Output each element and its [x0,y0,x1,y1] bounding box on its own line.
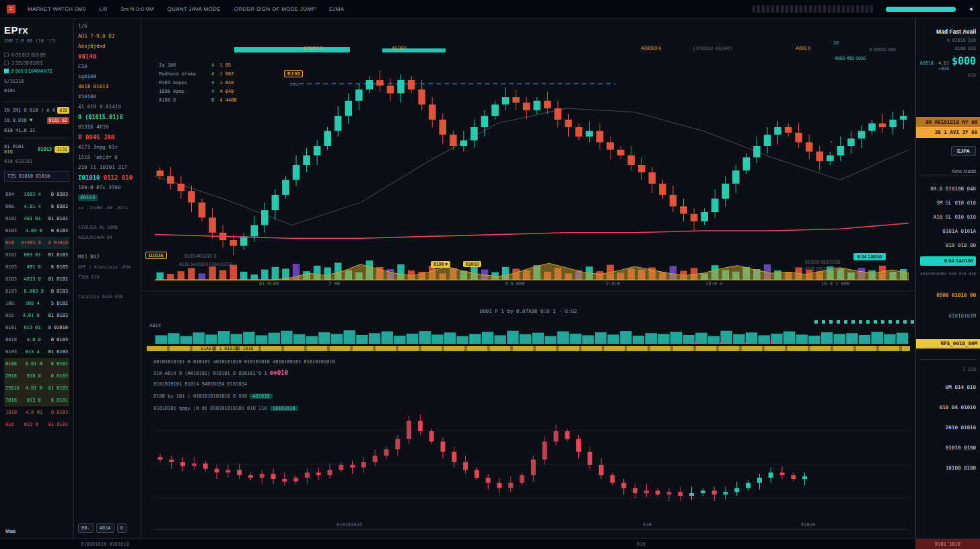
table-cell: 01 0103 [48,252,68,258]
watchlist-table-row[interactable]: 0101013 018 01010 [4,322,69,334]
order-line: V0140 [78,53,137,60]
table-cell: 4.05 0 [26,228,42,233]
watchlist-table-row[interactable]: 10184.8 010 0103 [4,406,69,418]
table-cell: 0 0303 [51,192,68,197]
signal-green-value: 01013 [38,147,52,152]
right-row[interactable]: A10 SL 010 010 [920,210,976,224]
chart-label: 4000 450 0000 [835,56,866,61]
order-panel-button[interactable]: A0JA [96,523,114,533]
symbol-title: EPrx [4,24,69,36]
order-line-text: 0 (01015.01)6 [78,114,123,120]
price-mid: 4.03 ▸010 [936,61,949,71]
table-cell: 0101 [5,216,17,221]
watchlist-table-row[interactable]: 8101003 0101 0103 [4,249,69,261]
lower-axis-label: 01010 [801,522,815,527]
volume-chart[interactable] [155,256,909,281]
table-cell: 01 0103 [48,313,68,318]
checkbox-icon[interactable] [4,69,9,73]
chart-chip[interactable]: 01010 [463,261,481,267]
table-cell: 0103 [5,264,17,270]
watchlist-table-row[interactable]: 108108 45 0102 [4,297,69,309]
table-cell: 8.003 0 [24,289,44,294]
chart-chip[interactable]: 8 04 1A010 [853,253,886,260]
watchlist-table-row[interactable]: 0084.01 48 0303 [4,200,69,213]
candlestick-chart[interactable] [155,59,909,264]
rfa-highlight-row[interactable]: RFA_0010_00M [916,339,980,349]
right-stat-row: 010 04 01010 [920,404,976,425]
price-tiny: 010 [920,73,976,78]
watchlist-table-row[interactable]: 018013 001 0101 [4,418,69,431]
watchlist-table-row[interactable]: 01038.003 00 0103 [4,285,69,297]
table-cell: 0103 [5,289,17,294]
order-line: 210 1110101 317 [78,164,137,171]
tzs-box[interactable]: TZS 01010 01010 [4,171,69,182]
order-line-text: 4018 01014 [78,83,108,90]
signal-row: 01 0101 0IN 01013 3131 [4,144,69,155]
topbar-menu-item[interactable]: QUANT JAVA MODE [168,6,221,12]
table-cell: 008 [5,204,14,209]
table-cell: 0108 [5,361,17,367]
right-row[interactable]: SM SL 010 010 [920,196,976,210]
confirm-button[interactable]: 8 04 1A0100 [920,256,976,266]
status-alert[interactable]: 0101 1010 [915,539,980,549]
order-panel-button[interactable]: 0 [117,523,127,533]
lower-candlestick-chart[interactable] [155,392,909,534]
watchlist-table-row[interactable]: 0103013 401 0103 [4,346,69,358]
checkbox-icon[interactable] [4,52,9,57]
table-cell: 8 01010 [48,325,68,330]
topbar-menu-item[interactable]: L/0 [99,6,107,12]
tab-ejpa[interactable]: EJPA [951,146,976,156]
checkbox-icon[interactable] [4,61,9,65]
momentum-band-chart[interactable] [155,328,909,344]
topbar-menu-item[interactable]: EJMA [329,6,345,12]
right-row[interactable]: 0101A 0101A [920,224,976,238]
table-cell: 4.8 0 [27,337,41,342]
chart-chip[interactable]: 0100 ▾ [431,261,450,268]
watchlist-option[interactable]: 0 03 612 610 85 [4,50,69,59]
quote-row[interactable]: 010 41.0 31 [4,125,69,135]
order-line-text: GMT j Alansjaja -034 [78,264,131,270]
watchlist-option[interactable]: 3 33108 61001 [4,59,69,67]
watchlist-table-row[interactable]: 01034.05 00 0103 [4,225,69,237]
app-logo-icon[interactable]: ≡ [7,5,15,13]
watchlist-table-row[interactable]: 256184.01 001 0103 [4,382,69,394]
table-cell: 018 0 [27,373,41,379]
quote-row[interactable]: 18 0 010 ♥9101 02 [4,115,69,125]
watchlist-table-row[interactable]: 01001003 08 01010 [4,237,69,249]
order-line-value: 10101 317 [100,164,127,171]
order-line: sg0108 [78,73,137,80]
table-cell: 4.01 4 [24,204,41,209]
table-cell: 7018 [5,398,17,403]
signal-yellow-chip: 3131 [55,146,69,153]
right-row[interactable]: 010 010 00 [920,238,976,252]
table-cell: 0 0103 [51,228,68,233]
watchlist-table-row[interactable]: 80184.8 00 0103 [4,334,69,346]
right-row[interactable]: 09.0 D10108 040 [920,182,976,196]
table-cell: 4.8 01 [26,410,42,415]
table-cell: 108 [5,301,14,306]
section-label: Ame Madd [920,168,976,176]
table-cell: 010 [5,240,14,246]
watchlist-table-row[interactable]: 0041003 40 0303 [4,188,69,200]
order-line-text: 41.010 [78,104,96,110]
watchlist-table-row[interactable]: 7018013 88 0101 [4,394,69,406]
watchlist-option[interactable]: 6 500 0 DIAMANTE [4,67,69,75]
topbar-menu-item[interactable]: ORDER SIGN OF MODE JUMP [234,6,316,12]
table-cell: 8 0101 [51,398,68,403]
watchlist-table-row[interactable]: 81034013 001 0101 [4,273,69,285]
quote-row[interactable]: IN INI 0 010 | A 8038 [4,105,69,115]
topbar-menu-item[interactable]: 3m N 0:0 0M [120,6,153,12]
topbar-menu-item[interactable]: MARKET WATCH 0M0 [28,6,85,12]
alert-row-2[interactable]: 38 1 AVI 3Y 00 [916,127,980,138]
table-cell: 2018 [5,373,17,379]
watchlist-table-row[interactable]: 0103401 88 0103 [4,261,69,273]
mini-sparkline [753,5,874,13]
collapse-arrow-icon[interactable]: ◄ [968,6,973,12]
alert-row-1[interactable]: 00 R0101010 NY 00 [916,117,980,127]
watchlist-table-row[interactable]: 0184.01 001 0103 [4,309,69,322]
watchlist-table-row[interactable]: 01088.01 08 0101 [4,358,69,370]
watchlist-table-row[interactable]: 0101401 0101 0101 [4,213,69,225]
order-panel-button[interactable]: 00. [78,523,94,533]
table-cell: 5 0102 [51,301,68,306]
watchlist-table-row[interactable]: 2018018 00 0103 [4,370,69,382]
